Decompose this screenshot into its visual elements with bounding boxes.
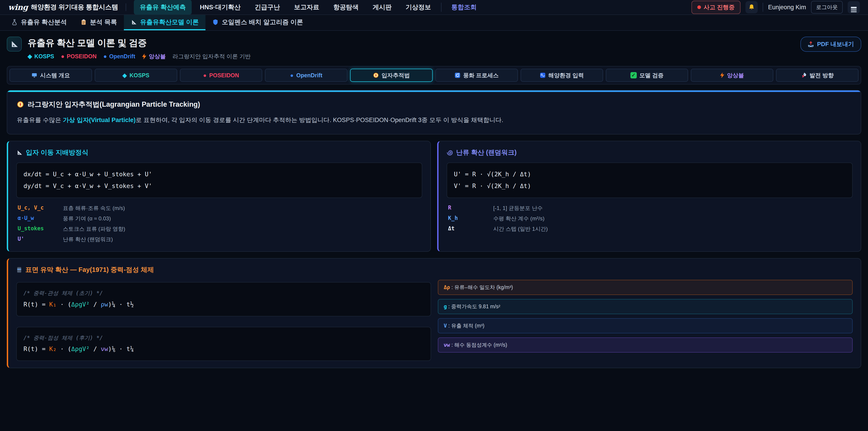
section-tab-opendrift[interactable]: ●OpenDrift bbox=[265, 69, 347, 82]
legend-row: Δt시간 스텝 (일반 1시간) bbox=[447, 224, 852, 234]
intro-description: 유출유를 수많은 가상 입자(Virtual Particle)로 표현하여, … bbox=[17, 116, 851, 125]
gradient-accent-bar bbox=[7, 90, 861, 92]
nav-integrated-search[interactable]: 통합조회 bbox=[445, 0, 483, 15]
legend-row: R[-1, 1] 균등분포 난수 bbox=[447, 203, 852, 213]
turbulent-diffusion-card: 난류 확산 (랜덤워크) U' = R · √(2K_h / Δt) V' = … bbox=[437, 141, 861, 252]
lightning-icon bbox=[142, 54, 147, 59]
tab-analysis-list[interactable]: 분석 목록 bbox=[74, 15, 124, 30]
section-tab-strip: 시스템 개요 ◆KOSPS ●POSEIDON ●OpenDrift 입자추적법… bbox=[7, 66, 861, 85]
tab-label: 분석 목록 bbox=[90, 18, 117, 26]
header-right: 사고 진행중 Eunjeong Kim 로그아웃 bbox=[691, 1, 860, 14]
nav-reports[interactable]: 보고자료 bbox=[288, 0, 325, 15]
param-gravity: g : 중력가속도 9.81 m/s² bbox=[438, 299, 852, 314]
fay-spreading-title: 표면 유막 확산 — Fay(1971) 중력-점성 체제 bbox=[16, 265, 852, 274]
refresh-icon bbox=[455, 72, 460, 78]
page-header: 유출유 확산 모델 이론 및 검증 ◆KOSPS ●POSEIDON ●Open… bbox=[7, 37, 861, 60]
badge-kosps: ◆KOSPS bbox=[28, 53, 54, 60]
bell-icon bbox=[748, 4, 755, 11]
turbulence-legend: R[-1, 1] 균등분포 난수 K_h수평 확산 계수 (m²/s) Δt시간… bbox=[447, 203, 852, 234]
nav-oil-spill-prediction[interactable]: 유출유 확산예측 bbox=[134, 0, 192, 15]
legend-row: U_stokes스토크스 표류 (파랑 영향) bbox=[16, 224, 422, 234]
turbulent-diffusion-title: 난류 확산 (랜덤워크) bbox=[447, 148, 852, 157]
rocket-icon bbox=[801, 72, 807, 78]
divider bbox=[126, 3, 126, 11]
top-header: wing 해양환경 위기대응 통합시스템 유출유 확산예측 HNS·대기확산 긴… bbox=[0, 0, 868, 15]
fay-formulas: /* 중력-관성 체제 (초기) */ R(t) = K₁ · (ΔρgV² /… bbox=[16, 277, 431, 361]
fay-formula-2: R(t) = K₂ · (ΔρgV² / νw)⅙ · t¼ bbox=[24, 343, 424, 355]
legend-row: U_c, V_c표층 해류·조류 속도 (m/s) bbox=[16, 203, 422, 213]
diamond-icon: ◆ bbox=[123, 72, 127, 79]
badge-opendrift: ●OpenDrift bbox=[103, 53, 135, 60]
nav-weather-info[interactable]: 기상정보 bbox=[400, 0, 437, 15]
compass-icon bbox=[17, 101, 24, 108]
section-tab-kosps[interactable]: ◆KOSPS bbox=[95, 69, 177, 82]
spiral-icon bbox=[447, 149, 453, 156]
triangle-ruler-icon bbox=[10, 40, 19, 49]
tab-label: 유출유확산모델 이론 bbox=[140, 18, 199, 26]
legend-row: U'난류 확산 (랜덤워크) bbox=[16, 234, 422, 245]
notifications-button[interactable] bbox=[745, 1, 758, 13]
badge-poseidon: ●POSEIDON bbox=[61, 53, 97, 60]
legend-row: K_h수평 확산 계수 (m²/s) bbox=[447, 213, 852, 224]
governing-equation-card: 입자 이동 지배방정식 dx/dt = U_c + α·U_w + U_stok… bbox=[7, 141, 431, 252]
param-kinematic-viscosity: νw : 해수 동점성계수 (m²/s) bbox=[438, 337, 852, 352]
virtual-particle-highlight: 가상 입자(Virtual Particle) bbox=[63, 117, 135, 123]
tab-oil-fence-algorithm-theory[interactable]: 오일펜스 배치 알고리즘 이론 bbox=[206, 15, 310, 30]
section-tab-weathering-process[interactable]: 풍화 프로세스 bbox=[435, 69, 518, 82]
section-tab-particle-tracking[interactable]: 입자추적법 bbox=[350, 69, 433, 82]
lagrangian-intro-card: 라그랑지안 입자추적법(Lagrangian Particle Tracking… bbox=[7, 90, 861, 134]
incident-status-label: 사고 진행중 bbox=[704, 3, 735, 11]
nav-hns-atmospheric[interactable]: HNS·대기확산 bbox=[194, 0, 246, 15]
turbulent-diffusion-code: U' = R · √(2K_h / Δt) V' = R · √(2K_h / … bbox=[447, 162, 852, 198]
section-tab-model-validation[interactable]: ✓ 모델 검증 bbox=[606, 69, 688, 82]
section-tab-marine-environment-input[interactable]: 해양환경 입력 bbox=[521, 69, 603, 82]
export-icon bbox=[808, 41, 814, 48]
app-title: 해양환경 위기대응 통합시스템 bbox=[31, 3, 118, 12]
monitor-icon bbox=[31, 72, 37, 78]
circle-icon: ● bbox=[61, 53, 65, 60]
compass-icon bbox=[373, 72, 379, 78]
shield-icon bbox=[212, 19, 219, 25]
fay-gravity-viscous-code: /* 중력-점성 체제 (후기) */ R(t) = K₂ · (ΔρgV² /… bbox=[16, 327, 431, 361]
app-logo: wing bbox=[8, 3, 28, 12]
section-tab-ensemble[interactable]: 앙상블 bbox=[691, 69, 773, 82]
pdf-export-label: PDF 내보내기 bbox=[817, 40, 854, 48]
tab-spill-analysis[interactable]: 유출유 확산분석 bbox=[4, 15, 74, 30]
param-spill-volume: V : 유출 체적 (m³) bbox=[438, 318, 852, 333]
tab-label: 유출유 확산분석 bbox=[21, 18, 67, 26]
intro-title: 라그랑지안 입자추적법(Lagrangian Particle Tracking… bbox=[17, 100, 851, 109]
incident-status-badge[interactable]: 사고 진행중 bbox=[691, 1, 741, 14]
divider bbox=[441, 3, 441, 12]
oil-barrel-icon bbox=[16, 267, 22, 273]
tab-label: 오일펜스 배치 알고리즘 이론 bbox=[222, 18, 303, 26]
badge-ensemble: 앙상블 bbox=[142, 53, 166, 60]
sub-tab-bar: 유출유 확산분석 분석 목록 유출유확산모델 이론 오일펜스 배치 알고리즘 이… bbox=[0, 15, 868, 31]
main-nav: 유출유 확산예측 HNS·대기확산 긴급구난 보고자료 항공탐색 게시판 기상정… bbox=[134, 0, 483, 15]
section-tab-system-overview[interactable]: 시스템 개요 bbox=[9, 69, 92, 82]
alert-dot-icon bbox=[698, 5, 701, 9]
page-subtitle-note: 라그랑지안 입자추적 이론 기반 bbox=[173, 53, 251, 60]
page-titles: 유출유 확산 모델 이론 및 검증 ◆KOSPS ●POSEIDON ●Open… bbox=[28, 37, 251, 60]
section-tab-poseidon[interactable]: ●POSEIDON bbox=[180, 69, 262, 82]
nav-board[interactable]: 게시판 bbox=[367, 0, 398, 15]
triangle-ruler-icon bbox=[16, 149, 23, 156]
governing-equation-code: dx/dt = U_c + α·U_w + U_stokes + U' dy/d… bbox=[16, 162, 422, 198]
section-tab-future-direction[interactable]: 발전 방향 bbox=[776, 69, 859, 82]
nav-emergency-rescue[interactable]: 긴급구난 bbox=[249, 0, 286, 15]
governing-legend: U_c, V_c표층 해류·조류 속도 (m/s) α·U_w풍류 기여 (α … bbox=[16, 203, 422, 245]
user-name: Eunjeong Kim bbox=[768, 4, 806, 11]
logout-button[interactable]: 로그아웃 bbox=[811, 1, 843, 13]
check-icon: ✓ bbox=[630, 72, 637, 79]
pdf-export-button[interactable]: PDF 내보내기 bbox=[800, 37, 861, 52]
circle-icon: ● bbox=[203, 72, 206, 79]
fay-parameters: Δρ : 유류–해수 밀도차 (kg/m³) g : 중력가속도 9.81 m/… bbox=[438, 277, 852, 361]
menu-button[interactable] bbox=[848, 1, 860, 13]
tab-diffusion-model-theory[interactable]: 유출유확산모델 이론 bbox=[124, 15, 206, 30]
nav-aerial-search[interactable]: 항공탐색 bbox=[328, 0, 365, 15]
fay-spreading-card: 표면 유막 확산 — Fay(1971) 중력-점성 체제 /* 중력-관성 체… bbox=[7, 258, 861, 368]
hamburger-icon bbox=[851, 7, 857, 8]
lightning-icon bbox=[720, 72, 724, 78]
brand: wing 해양환경 위기대응 통합시스템 bbox=[8, 3, 118, 12]
param-density-difference: Δρ : 유류–해수 밀도차 (kg/m³) bbox=[438, 280, 852, 295]
wave-icon bbox=[540, 72, 546, 78]
